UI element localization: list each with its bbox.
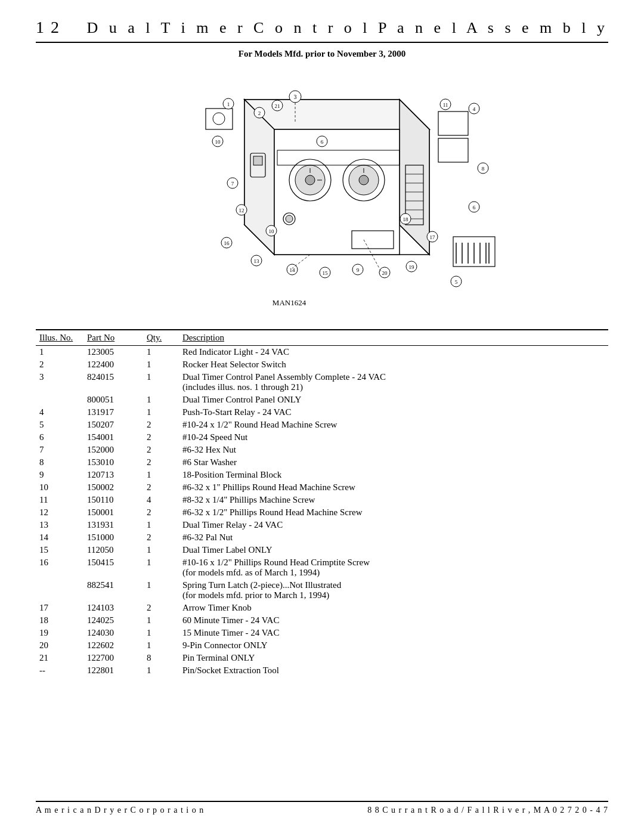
cell-illus: 10: [36, 481, 83, 494]
cell-qty: 2: [143, 444, 179, 456]
cell-qty: 2: [143, 456, 179, 469]
table-row: 211227008Pin Terminal ONLY: [36, 652, 608, 664]
svg-text:21: 21: [275, 103, 280, 109]
diagram-image: 3 21 2 11 4 1 10 7 12 16: [113, 64, 531, 320]
cell-qty: 2: [143, 531, 179, 544]
cell-desc: Pin Terminal ONLY: [179, 652, 608, 664]
cell-part: 824015: [83, 371, 143, 394]
col-header-qty: Qty.: [143, 330, 179, 346]
svg-text:11: 11: [443, 102, 448, 108]
table-row: 8000511Dual Timer Control Panel ONLY: [36, 394, 608, 406]
table-row: 61540012#10-24 Speed Nut: [36, 431, 608, 444]
svg-text:6: 6: [473, 205, 476, 210]
cell-desc: #6-32 Pal Nut: [179, 531, 608, 544]
table-row: 131319311Dual Timer Relay - 24 VAC: [36, 519, 608, 531]
svg-text:5: 5: [455, 279, 458, 285]
table-row: 121500012#6-32 x 1/2" Phillips Round Hea…: [36, 506, 608, 519]
table-row: 111501104#8-32 x 1/4" Phillips Machine S…: [36, 494, 608, 506]
cell-part: 150002: [83, 481, 143, 494]
cell-desc: Spring Turn Latch (2-piece)...Not Illust…: [179, 579, 608, 602]
table-row: --1228011Pin/Socket Extraction Tool: [36, 664, 608, 677]
cell-part: 152000: [83, 444, 143, 456]
cell-desc: 9-Pin Connector ONLY: [179, 639, 608, 652]
cell-qty: 2: [143, 602, 179, 614]
cell-qty: 1: [143, 371, 179, 394]
cell-qty: 1: [143, 469, 179, 481]
cell-illus: --: [36, 664, 83, 677]
svg-text:17: 17: [430, 234, 436, 240]
header: 1 2 D u a l T i m e r C o n t r o l P a …: [36, 18, 608, 37]
cell-illus: 19: [36, 627, 83, 639]
cell-part: 150110: [83, 494, 143, 506]
footer-left: A m e r i c a n D r y e r C o r p o r a …: [36, 806, 204, 815]
cell-desc-note: (for models mfd. as of March 1, 1994): [182, 568, 320, 577]
cell-desc: 18-Position Terminal Block: [179, 469, 608, 481]
cell-desc: #10-16 x 1/2" Phillips Round Head Crimpt…: [179, 556, 608, 579]
cell-desc: #8-32 x 1/4" Phillips Machine Screw: [179, 494, 608, 506]
cell-desc: Dual Timer Relay - 24 VAC: [179, 519, 608, 531]
parts-table: Illus. No. Part No Qty. Description 1123…: [36, 329, 608, 677]
cell-desc: #6 Star Washer: [179, 456, 608, 469]
cell-desc: Rocker Heat Selector Switch: [179, 358, 608, 371]
col-header-desc: Description: [179, 330, 608, 346]
svg-text:18: 18: [403, 216, 409, 222]
table-row: 51502072#10-24 x 1/2" Round Head Machine…: [36, 419, 608, 431]
cell-part: 150415: [83, 556, 143, 579]
cell-illus: 12: [36, 506, 83, 519]
svg-text:16: 16: [224, 240, 230, 246]
cell-illus: 3: [36, 371, 83, 394]
table-row: 18124025160 Minute Timer - 24 VAC: [36, 614, 608, 627]
cell-illus: 15: [36, 544, 83, 556]
cell-qty: 4: [143, 494, 179, 506]
cell-qty: 8: [143, 652, 179, 664]
cell-illus: 4: [36, 406, 83, 419]
footer-right: 8 8 C u r r a n t R o a d / F a l l R i …: [367, 806, 608, 815]
cell-qty: 1: [143, 614, 179, 627]
cell-part: 124030: [83, 627, 143, 639]
cell-illus: 8: [36, 456, 83, 469]
table-row: 19124030115 Minute Timer - 24 VAC: [36, 627, 608, 639]
cell-qty: 1: [143, 406, 179, 419]
cell-illus: [36, 394, 83, 406]
svg-text:2: 2: [258, 110, 261, 116]
cell-illus: 13: [36, 519, 83, 531]
cell-part: 112050: [83, 544, 143, 556]
svg-text:4: 4: [473, 106, 476, 112]
cell-desc: #6-32 x 1" Phillips Round Head Machine S…: [179, 481, 608, 494]
footer: A m e r i c a n D r y e r C o r p o r a …: [36, 806, 608, 815]
cell-part: 154001: [83, 431, 143, 444]
svg-text:12: 12: [239, 208, 244, 213]
cell-qty: 1: [143, 556, 179, 579]
cell-illus: 21: [36, 652, 83, 664]
header-rule: [36, 42, 608, 43]
cell-qty: 1: [143, 346, 179, 359]
table-row: 151120501Dual Timer Label ONLY: [36, 544, 608, 556]
cell-desc: #10-24 Speed Nut: [179, 431, 608, 444]
table-row: 41319171Push-To-Start Relay - 24 VAC: [36, 406, 608, 419]
table-row: 141510002#6-32 Pal Nut: [36, 531, 608, 544]
page-number: 1 2: [36, 18, 60, 37]
cell-qty: 2: [143, 506, 179, 519]
cell-desc: Dual Timer Control Panel Assembly Comple…: [179, 371, 608, 394]
cell-illus: 6: [36, 431, 83, 444]
cell-part: 123005: [83, 346, 143, 359]
cell-illus: 16: [36, 556, 83, 579]
svg-point-16: [359, 175, 369, 185]
diagram-svg: 3 21 2 11 4 1 10 7 12 16: [113, 64, 531, 320]
cell-desc: Pin/Socket Extraction Tool: [179, 664, 608, 677]
cell-qty: 2: [143, 419, 179, 431]
cell-illus: 18: [36, 614, 83, 627]
cell-desc: #10-24 x 1/2" Round Head Machine Screw: [179, 419, 608, 431]
cell-part: 131917: [83, 406, 143, 419]
cell-qty: 2: [143, 481, 179, 494]
cell-part: 122602: [83, 639, 143, 652]
cell-illus: 20: [36, 639, 83, 652]
cell-qty: 1: [143, 358, 179, 371]
cell-part: 800051: [83, 394, 143, 406]
table-row: 81530102#6 Star Washer: [36, 456, 608, 469]
svg-text:6: 6: [321, 139, 324, 145]
cell-part: 122801: [83, 664, 143, 677]
table-row: 161504151#10-16 x 1/2" Phillips Round He…: [36, 556, 608, 579]
svg-text:MAN1624: MAN1624: [273, 298, 306, 307]
cell-part: 151000: [83, 531, 143, 544]
